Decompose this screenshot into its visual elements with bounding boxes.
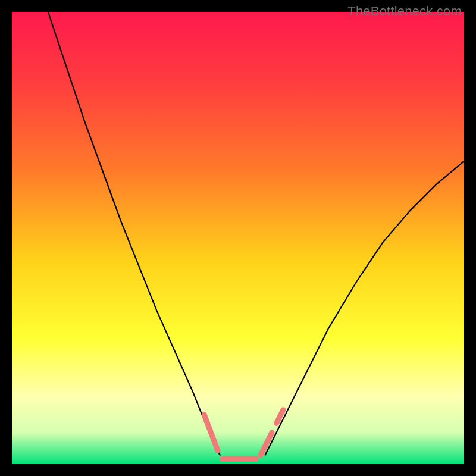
chart-svg — [12, 12, 464, 464]
chart-frame: TheBottleneck.com — [0, 0, 476, 476]
gradient-background — [12, 12, 464, 464]
watermark-text: TheBottleneck.com — [347, 4, 462, 19]
plot-area — [12, 12, 464, 464]
